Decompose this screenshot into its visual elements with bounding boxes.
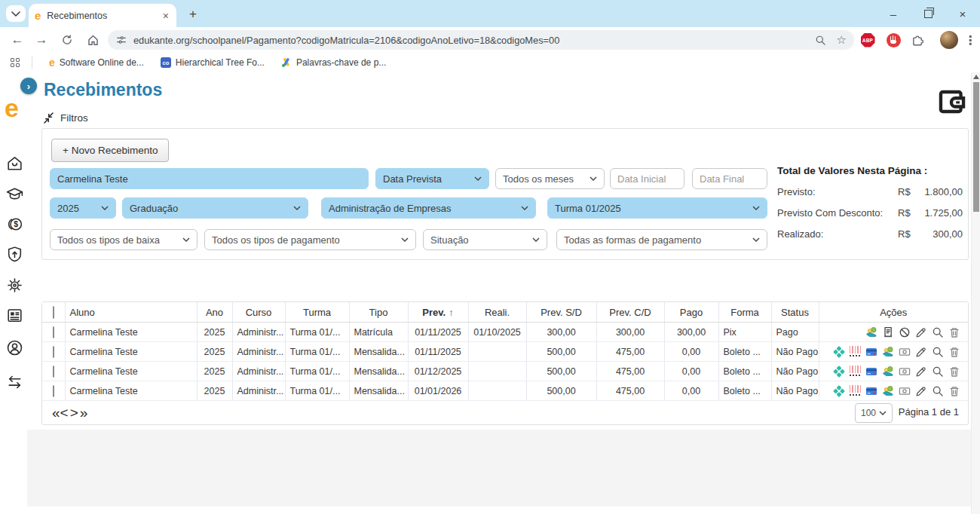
- active-tab[interactable]: e Recebimentos ×: [29, 4, 176, 27]
- search-icon[interactable]: [932, 366, 944, 378]
- vertical-scrollbar[interactable]: [971, 72, 980, 514]
- credit-card-icon[interactable]: [865, 385, 877, 397]
- credit-card-icon[interactable]: [865, 366, 877, 378]
- header-reali[interactable]: Reali.: [468, 302, 526, 323]
- credit-card-icon[interactable]: [865, 346, 877, 358]
- situation-select[interactable]: Situação: [423, 229, 547, 250]
- level-select[interactable]: Graduação: [122, 197, 308, 219]
- row-checkbox[interactable]: [42, 323, 65, 342]
- select-all-checkbox[interactable]: [42, 302, 65, 323]
- receive-payment-icon[interactable]: [882, 346, 894, 358]
- header-status[interactable]: Status: [771, 302, 819, 323]
- scroll-up-icon[interactable]: [973, 75, 979, 79]
- header-curso[interactable]: Curso: [232, 302, 285, 323]
- barcode-icon[interactable]: [850, 346, 861, 357]
- banknote-icon[interactable]: [899, 366, 911, 378]
- search-icon[interactable]: [932, 346, 944, 358]
- sidebar-item-home[interactable]: [5, 153, 24, 173]
- month-select[interactable]: Todos os meses: [495, 168, 605, 189]
- date-start-input[interactable]: [610, 168, 684, 189]
- new-receipt-button[interactable]: + Novo Recebimento: [51, 139, 169, 162]
- previous-page-button[interactable]: <: [60, 405, 69, 420]
- profile-button[interactable]: [938, 27, 960, 53]
- reload-button[interactable]: [56, 27, 78, 53]
- pix-icon[interactable]: [833, 346, 845, 358]
- apps-grid-icon[interactable]: [11, 58, 20, 67]
- extensions-button[interactable]: [908, 27, 927, 53]
- pix-icon[interactable]: [833, 366, 845, 378]
- barcode-icon[interactable]: [850, 385, 861, 396]
- header-prev-cd[interactable]: Prev. C/D: [596, 302, 664, 323]
- filters-toggle[interactable]: Filtros: [43, 112, 88, 124]
- banknote-icon[interactable]: [899, 385, 911, 397]
- class-select[interactable]: Turma 01/2025: [547, 197, 767, 219]
- home-button[interactable]: [81, 27, 104, 53]
- extension-adblock-button[interactable]: ABP: [858, 27, 877, 53]
- date-type-select[interactable]: Data Prevista: [375, 168, 489, 189]
- header-pago[interactable]: Pago: [664, 302, 718, 323]
- header-prev-sd[interactable]: Prev. S/D: [526, 302, 596, 323]
- sidebar-item-finance[interactable]: [5, 214, 24, 234]
- page-size-select[interactable]: 100: [855, 403, 893, 423]
- delete-icon[interactable]: [948, 346, 960, 358]
- date-end-input[interactable]: [692, 168, 767, 189]
- bookmark-item[interactable]: Palavras-chave de p...: [281, 57, 386, 68]
- receipt-icon[interactable]: [882, 326, 894, 338]
- browser-menu-button[interactable]: ⋮: [962, 27, 978, 53]
- window-minimize-button[interactable]: –: [876, 0, 911, 27]
- header-ano[interactable]: Ano: [197, 302, 232, 323]
- scrollbar-thumb[interactable]: [973, 82, 979, 212]
- header-aluno[interactable]: Aluno: [65, 302, 197, 323]
- back-button[interactable]: ←: [6, 27, 29, 53]
- course-select[interactable]: Administração de Empresas: [321, 197, 536, 219]
- receive-payment-icon[interactable]: [882, 385, 894, 397]
- sidebar-item-settings[interactable]: [5, 275, 24, 295]
- year-select[interactable]: 2025: [50, 197, 116, 219]
- banknote-icon[interactable]: [899, 346, 911, 358]
- barcode-icon[interactable]: [850, 366, 861, 377]
- row-checkbox[interactable]: [42, 381, 65, 401]
- url-bar[interactable]: edukante.org/schoolpanel/Pagamento?codig…: [108, 30, 854, 50]
- bookmark-item[interactable]: coHierarchical Tree Fo...: [161, 57, 265, 68]
- payment-type-select[interactable]: Todos os tipos de pagamento: [204, 229, 416, 250]
- write-off-type-select[interactable]: Todos os tipos de baixa: [50, 229, 198, 250]
- sidebar-item-security[interactable]: [5, 244, 24, 264]
- receive-payment-icon[interactable]: [865, 326, 877, 338]
- last-page-button[interactable]: »: [79, 405, 87, 420]
- row-checkbox[interactable]: [42, 342, 65, 362]
- site-info-icon[interactable]: [115, 34, 127, 46]
- forward-button[interactable]: →: [30, 27, 53, 53]
- sidebar-expand-button[interactable]: ›: [20, 78, 37, 94]
- bookmark-item[interactable]: eSoftware Online de...: [49, 57, 144, 68]
- header-tipo[interactable]: Tipo: [349, 302, 408, 323]
- student-name-input[interactable]: [50, 168, 369, 189]
- tab-search-button[interactable]: [6, 5, 26, 22]
- delete-icon[interactable]: [948, 326, 960, 338]
- window-restore-button[interactable]: [911, 0, 945, 27]
- header-turma[interactable]: Turma: [285, 302, 349, 323]
- cancel-icon[interactable]: [899, 326, 911, 338]
- window-close-button[interactable]: ×: [945, 0, 980, 27]
- edit-icon[interactable]: [915, 326, 927, 338]
- pix-icon[interactable]: [833, 385, 845, 397]
- delete-icon[interactable]: [948, 366, 960, 378]
- zoom-icon[interactable]: [815, 35, 826, 46]
- sidebar-item-users[interactable]: [5, 338, 24, 357]
- edit-icon[interactable]: [915, 346, 927, 358]
- bookmark-star-icon[interactable]: ☆: [837, 33, 847, 47]
- receive-payment-icon[interactable]: [882, 366, 894, 378]
- delete-icon[interactable]: [948, 385, 960, 397]
- search-icon[interactable]: [932, 326, 944, 338]
- sidebar-item-reports[interactable]: [5, 305, 24, 325]
- next-page-button[interactable]: >: [69, 405, 79, 420]
- tab-close-icon[interactable]: ×: [161, 10, 170, 22]
- row-checkbox[interactable]: [42, 362, 65, 381]
- sidebar-item-academic[interactable]: [5, 184, 24, 203]
- edit-icon[interactable]: [915, 366, 927, 378]
- search-icon[interactable]: [932, 385, 944, 397]
- sidebar-item-transfers[interactable]: [5, 372, 24, 392]
- new-tab-button[interactable]: +: [183, 6, 203, 23]
- header-prev-sorted[interactable]: Prev.↑: [408, 302, 468, 323]
- first-page-button[interactable]: «: [51, 405, 60, 420]
- edit-icon[interactable]: [915, 385, 927, 397]
